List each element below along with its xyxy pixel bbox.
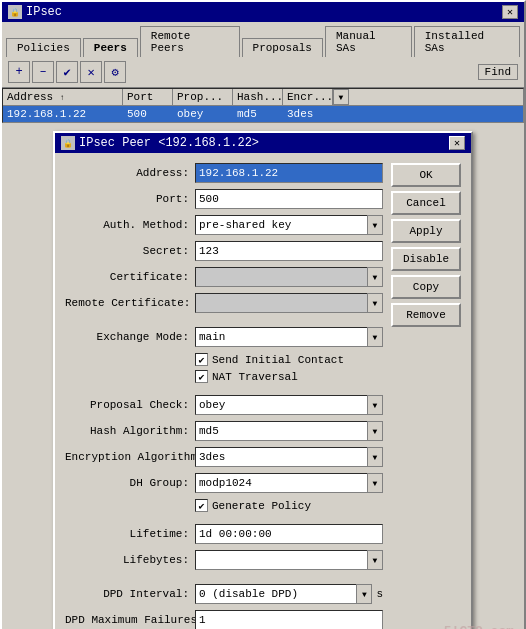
dpd-max-failures-input[interactable] — [195, 610, 383, 629]
secret-row: Secret: — [65, 241, 383, 261]
main-window-title: IPsec — [26, 5, 62, 19]
dh-group-dropdown[interactable]: ▼ — [367, 473, 383, 493]
secret-input[interactable] — [195, 241, 383, 261]
disable-button[interactable]: Disable — [391, 247, 461, 271]
apply-button[interactable]: Apply — [391, 219, 461, 243]
dialog-close-button[interactable]: ✕ — [449, 136, 465, 150]
remote-cert-label: Remote Certificate: — [65, 297, 195, 309]
dh-group-label: DH Group: — [65, 477, 195, 489]
dpd-interval-dropdown[interactable]: ▼ — [356, 584, 372, 604]
hash-algorithm-dropdown[interactable]: ▼ — [367, 421, 383, 441]
main-title-bar: 🔒 IPsec ✕ — [2, 2, 524, 22]
lifebytes-row: Lifebytes: ▼ — [65, 550, 383, 570]
dialog-form: Address: Port: Auth. Method: ▼ — [65, 163, 383, 629]
send-initial-contact-checkbox[interactable]: ✔ — [195, 353, 208, 366]
lifebytes-dropdown[interactable]: ▼ — [367, 550, 383, 570]
dialog-title: IPsec Peer <192.168.1.22> — [79, 136, 259, 150]
dpd-interval-input[interactable] — [195, 584, 357, 604]
lifetime-label: Lifetime: — [65, 528, 195, 540]
encryption-algorithm-dropdown[interactable]: ▼ — [367, 447, 383, 467]
proposal-check-dropdown[interactable]: ▼ — [367, 395, 383, 415]
col-address[interactable]: Address ↑ — [3, 89, 123, 105]
address-row: Address: — [65, 163, 383, 183]
port-row: Port: — [65, 189, 383, 209]
proposal-check-label: Proposal Check: — [65, 399, 195, 411]
exchange-mode-label: Exchange Mode: — [65, 331, 195, 343]
add-button[interactable]: + — [8, 61, 30, 83]
cell-hash: md5 — [233, 106, 283, 122]
find-button[interactable]: Find — [478, 64, 518, 80]
lifebytes-input[interactable] — [195, 550, 368, 570]
ipsec-peer-dialog: 🔒 IPsec Peer <192.168.1.22> ✕ Address: P… — [53, 131, 473, 629]
cancel-toolbar-button[interactable]: ✕ — [80, 61, 102, 83]
dpd-max-failures-label: DPD Maximum Failures: — [65, 614, 195, 626]
exchange-mode-dropdown[interactable]: ▼ — [367, 327, 383, 347]
certificate-row: Certificate: ▼ — [65, 267, 383, 287]
ok-button[interactable]: OK — [391, 163, 461, 187]
auth-method-label: Auth. Method: — [65, 219, 195, 231]
secret-label: Secret: — [65, 245, 195, 257]
dialog-icon: 🔒 — [61, 136, 75, 150]
tab-installed-sas[interactable]: Installed SAs — [414, 26, 520, 57]
proposal-check-input[interactable] — [195, 395, 368, 415]
dh-group-input[interactable] — [195, 473, 368, 493]
col-proposal[interactable]: Prop... — [173, 89, 233, 105]
tab-remote-peers[interactable]: Remote Peers — [140, 26, 240, 57]
col-hash[interactable]: Hash... — [233, 89, 283, 105]
address-input[interactable] — [195, 163, 383, 183]
auth-method-input[interactable] — [195, 215, 368, 235]
col-port[interactable]: Port — [123, 89, 173, 105]
generate-policy-checkbox[interactable]: ✔ — [195, 499, 208, 512]
certificate-dropdown[interactable]: ▼ — [367, 267, 383, 287]
cell-proposal: obey — [173, 106, 233, 122]
nat-traversal-label: NAT Traversal — [212, 371, 298, 383]
tab-manual-sas[interactable]: Manual SAs — [325, 26, 412, 57]
certificate-input[interactable] — [195, 267, 368, 287]
dialog-title-bar: 🔒 IPsec Peer <192.168.1.22> ✕ — [55, 133, 471, 153]
col-encryption[interactable]: Encr... — [283, 89, 333, 105]
remote-cert-row: Remote Certificate: ▼ — [65, 293, 383, 313]
remote-cert-input[interactable] — [195, 293, 368, 313]
filter-button[interactable]: ⚙ — [104, 61, 126, 83]
dh-group-row: DH Group: ▼ — [65, 473, 383, 493]
table-row[interactable]: 192.168.1.22 500 obey md5 3des — [3, 106, 523, 122]
table-header: Address ↑ Port Prop... Hash... Encr... ▼ — [3, 89, 523, 106]
apply-toolbar-button[interactable]: ✔ — [56, 61, 78, 83]
remove-button[interactable]: – — [32, 61, 54, 83]
port-label: Port: — [65, 193, 195, 205]
dpd-interval-row: DPD Interval: ▼ s — [65, 584, 383, 604]
copy-button[interactable]: Copy — [391, 275, 461, 299]
encryption-algorithm-input[interactable] — [195, 447, 368, 467]
nat-traversal-checkbox[interactable]: ✔ — [195, 370, 208, 383]
nat-traversal-row: ✔ NAT Traversal — [195, 370, 383, 383]
encryption-algorithm-row: Encryption Algorithm: ▼ — [65, 447, 383, 467]
lifetime-input[interactable] — [195, 524, 383, 544]
dpd-interval-label: DPD Interval: — [65, 588, 195, 600]
port-input[interactable] — [195, 189, 383, 209]
send-initial-contact-label: Send Initial Contact — [212, 354, 344, 366]
cell-address: 192.168.1.22 — [3, 106, 123, 122]
peers-table: Address ↑ Port Prop... Hash... Encr... ▼… — [2, 88, 524, 123]
exchange-mode-row: Exchange Mode: ▼ — [65, 327, 383, 347]
generate-policy-row: ✔ Generate Policy — [195, 499, 383, 512]
remote-cert-dropdown[interactable]: ▼ — [367, 293, 383, 313]
cancel-button[interactable]: Cancel — [391, 191, 461, 215]
dialog-buttons: OK Cancel Apply Disable Copy Remove — [391, 163, 461, 629]
cell-encryption: 3des — [283, 106, 333, 122]
auth-method-dropdown[interactable]: ▼ — [367, 215, 383, 235]
tab-peers[interactable]: Peers — [83, 38, 138, 57]
table-scrollbar[interactable]: ▼ — [333, 89, 349, 105]
proposal-check-row: Proposal Check: ▼ — [65, 395, 383, 415]
main-window: 🔒 IPsec ✕ Policies Peers Remote Peers Pr… — [0, 0, 526, 629]
auth-method-row: Auth. Method: ▼ — [65, 215, 383, 235]
hash-algorithm-input[interactable] — [195, 421, 368, 441]
address-label: Address: — [65, 167, 195, 179]
tab-policies[interactable]: Policies — [6, 38, 81, 57]
remove-button[interactable]: Remove — [391, 303, 461, 327]
cell-port: 500 — [123, 106, 173, 122]
main-close-btn[interactable]: ✕ — [502, 5, 518, 19]
tab-proposals[interactable]: Proposals — [242, 38, 323, 57]
generate-policy-label: Generate Policy — [212, 500, 311, 512]
dialog-body: Address: Port: Auth. Method: ▼ — [55, 153, 471, 629]
exchange-mode-input[interactable] — [195, 327, 368, 347]
